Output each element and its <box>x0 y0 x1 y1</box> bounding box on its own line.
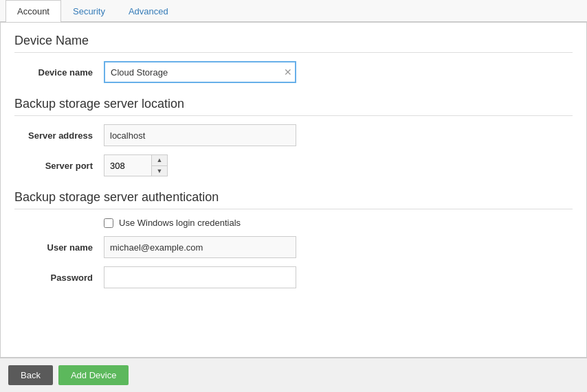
device-name-input-wrapper: ✕ <box>104 61 296 83</box>
device-name-clear-button[interactable]: ✕ <box>284 67 292 77</box>
windows-credentials-row: Use Windows login credentials <box>104 218 573 228</box>
username-input[interactable] <box>104 236 296 258</box>
spinner-buttons: ▲ ▼ <box>152 154 168 176</box>
server-address-label: Server address <box>14 130 104 141</box>
device-name-title: Device Name <box>14 34 573 53</box>
main-content: Device Name Device name ✕ Backup storage… <box>0 22 587 358</box>
backup-location-title: Backup storage server location <box>14 97 573 116</box>
password-label: Password <box>14 273 104 283</box>
server-address-group: Server address <box>14 124 573 146</box>
server-port-input[interactable] <box>104 154 152 176</box>
backup-location-section: Backup storage server location Server ad… <box>14 97 573 176</box>
device-name-section: Device Name Device name ✕ <box>14 34 573 83</box>
password-input[interactable] <box>104 266 296 288</box>
username-label: User name <box>14 242 104 253</box>
server-port-label: Server port <box>14 161 104 171</box>
device-name-label: Device name <box>14 67 104 78</box>
tab-advanced[interactable]: Advanced <box>117 0 180 22</box>
server-port-spinner: ▲ ▼ <box>104 154 168 176</box>
username-group: User name <box>14 236 573 258</box>
windows-credentials-label: Use Windows login credentials <box>119 218 241 228</box>
server-address-input[interactable] <box>104 124 296 146</box>
backup-auth-section: Backup storage server authentication Use… <box>14 190 573 288</box>
tab-account[interactable]: Account <box>5 0 61 22</box>
device-name-input[interactable] <box>104 61 296 83</box>
spinner-down-button[interactable]: ▼ <box>152 166 167 176</box>
back-button[interactable]: Back <box>8 365 53 385</box>
footer-bar: Back Add Device <box>0 358 587 392</box>
server-port-group: Server port ▲ ▼ <box>14 154 573 176</box>
spinner-up-button[interactable]: ▲ <box>152 155 167 166</box>
windows-credentials-checkbox[interactable] <box>104 218 113 228</box>
device-name-group: Device name ✕ <box>14 61 573 83</box>
tabs-bar: Account Security Advanced <box>0 0 587 22</box>
add-device-button[interactable]: Add Device <box>58 365 129 385</box>
password-group: Password <box>14 266 573 288</box>
backup-auth-title: Backup storage server authentication <box>14 190 573 209</box>
tab-security[interactable]: Security <box>61 0 117 22</box>
